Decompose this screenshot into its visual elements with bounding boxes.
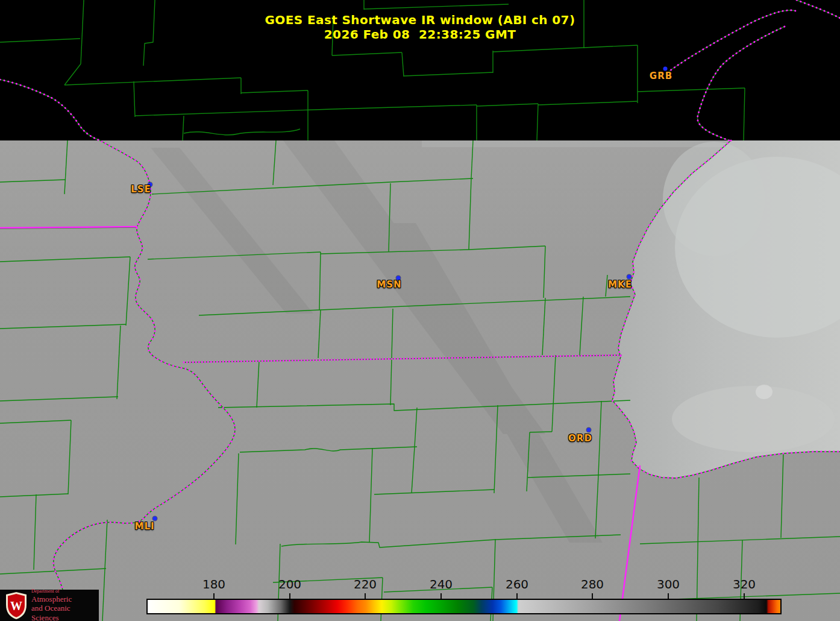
- station-label-lse: LSE: [131, 184, 151, 195]
- logo-dept-line: Department of: [31, 588, 99, 594]
- colorbar-tick-mark: [365, 593, 366, 599]
- station-label-ord: ORD: [568, 433, 592, 444]
- logo-line-2: and Oceanic Sciences: [31, 604, 99, 621]
- colorbar-tick-mark: [289, 593, 290, 599]
- colorbar-tick-mark: [592, 593, 593, 599]
- satellite-image-viewport: GOES East Shortwave IR window (ABI ch 07…: [0, 0, 840, 621]
- colorbar-tick-mark: [213, 593, 215, 599]
- colorbar-tick-label: 260: [506, 577, 528, 591]
- colorbar-tick-mark: [668, 593, 669, 599]
- logo-line-1: Atmospheric: [31, 594, 99, 604]
- station-label-grb: GRB: [650, 71, 672, 81]
- logo-text: Department of Atmospheric and Oceanic Sc…: [31, 588, 99, 621]
- map-title: GOES East Shortwave IR window (ABI ch 07…: [0, 13, 840, 27]
- crest-monogram: W: [10, 599, 22, 613]
- colorbar-tick-label: 200: [278, 577, 301, 591]
- colorbar-tick-label: 240: [430, 577, 453, 591]
- station-dot-mke: [627, 275, 632, 279]
- colorbar-tick-label: 180: [202, 577, 225, 591]
- colorbar-tick-label: 280: [581, 577, 604, 591]
- uw-aos-logo: W Department of Atmospheric and Oceanic …: [0, 590, 99, 621]
- colorbar-tick-mark: [744, 593, 745, 599]
- colorbar-tick-label: 320: [733, 577, 756, 591]
- colorbar: [146, 599, 782, 614]
- station-label-mke: MKE: [608, 279, 632, 290]
- station-label-msn: MSN: [377, 279, 401, 290]
- colorbar-tick-mark: [516, 593, 518, 599]
- uw-crest-icon: W: [4, 591, 28, 620]
- satellite-map-canvas: [0, 0, 840, 621]
- colorbar-tick-label: 220: [354, 577, 377, 591]
- station-dot-mli: [153, 517, 157, 521]
- station-label-mli: MLI: [134, 521, 154, 532]
- colorbar-tick-label: 300: [657, 577, 680, 591]
- station-dot-ord: [587, 428, 591, 432]
- map-timestamp: 2026 Feb 08 22:38:25 GMT: [0, 27, 840, 42]
- colorbar-tick-mark: [440, 593, 442, 599]
